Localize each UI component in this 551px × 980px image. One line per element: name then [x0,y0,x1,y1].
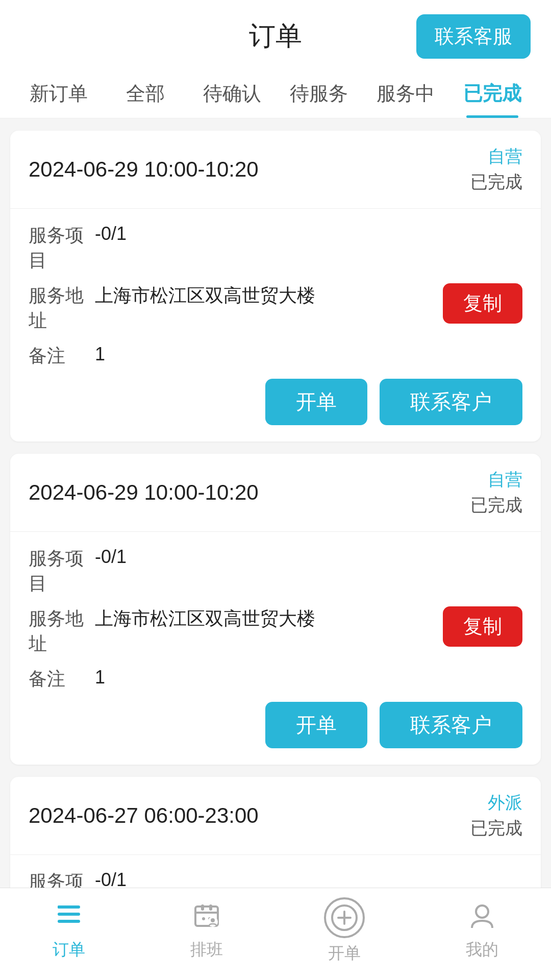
copy-button[interactable]: 复制 [443,283,522,324]
tab-in-service[interactable]: 服务中 [362,66,449,118]
order-body: 服务项目 -0/1 服务地址 上海市松江区双高世贸大楼 复制 备注 1 开单 联… [10,532,541,765]
service-item-row: 服务项目 -0/1 [29,546,522,596]
list-icon [55,901,83,935]
address-value: 上海市松江区双高世贸大楼 [95,283,435,308]
svg-point-15 [476,905,488,918]
add-icon [324,897,365,938]
tab-pending-service[interactable]: 待服务 [276,66,362,118]
address-row: 服务地址 上海市松江区双高世贸大楼 复制 [29,283,522,333]
tab-completed[interactable]: 已完成 [449,66,536,118]
order-datetime: 2024-06-27 06:00-23:00 [29,803,259,828]
order-actions: 开单 联系客户 [29,379,522,425]
service-item-value: -0/1 [95,546,522,568]
svg-rect-1 [58,913,80,916]
order-datetime: 2024-06-29 10:00-10:20 [29,480,259,505]
nav-item-order[interactable]: 订单 [0,901,138,961]
nav-item-profile[interactable]: 我的 [413,901,551,961]
order-status: 已完成 [470,817,522,840]
order-type: 外派 [470,791,522,815]
remark-row: 备注 1 [29,667,522,692]
tab-new-order[interactable]: 新订单 [15,66,102,118]
svg-rect-7 [209,904,212,911]
order-body: 服务项目 -0/1 服务地址 上海市松江区双高世贸大楼 复制 备注 1 开单 联… [10,209,541,442]
address-label: 服务地址 [29,606,95,656]
svg-rect-2 [58,920,80,923]
service-item-label: 服务项目 [29,546,95,596]
svg-point-11 [211,918,215,922]
nav-label-order: 订单 [53,939,85,961]
order-header: 2024-06-27 06:00-23:00 外派 已完成 [10,777,541,855]
svg-rect-6 [201,904,204,911]
tab-pending-confirm[interactable]: 待确认 [189,66,276,118]
order-header: 2024-06-29 10:00-10:20 自营 已完成 [10,454,541,532]
remark-label: 备注 [29,344,95,369]
order-actions: 开单 联系客户 [29,702,522,748]
remark-label: 备注 [29,667,95,692]
bottom-nav: 订单 排班 开单 [0,888,551,980]
nav-label-create-order: 开单 [328,942,361,965]
order-status: 已完成 [470,170,522,194]
nav-label-profile: 我的 [466,939,498,961]
address-value: 上海市松江区双高世贸大楼 [95,606,435,631]
svg-point-8 [202,917,205,920]
address-row: 服务地址 上海市松江区双高世贸大楼 复制 [29,606,522,656]
header: 订单 联系客服 [0,0,551,66]
tab-bar: 新订单 全部 待确认 待服务 服务中 已完成 [0,66,551,118]
order-list: 2024-06-29 10:00-10:20 自营 已完成 服务项目 -0/1 … [0,118,551,980]
nav-label-schedule: 排班 [190,939,223,961]
contact-customer-button[interactable]: 联系客户 [380,379,522,425]
open-order-button[interactable]: 开单 [265,379,367,425]
remark-value: 1 [95,667,522,688]
contact-service-button[interactable]: 联系客服 [416,14,531,59]
address-label: 服务地址 [29,283,95,333]
order-card: 2024-06-29 10:00-10:20 自营 已完成 服务项目 -0/1 … [10,131,541,442]
service-item-row: 服务项目 -0/1 [29,223,522,273]
order-type: 自营 [470,145,522,168]
calendar-icon [192,901,221,935]
user-icon [468,901,496,935]
remark-value: 1 [95,344,522,365]
order-datetime: 2024-06-29 10:00-10:20 [29,157,259,182]
tab-all[interactable]: 全部 [102,66,189,118]
remark-row: 备注 1 [29,344,522,369]
nav-item-schedule[interactable]: 排班 [138,901,276,961]
order-meta: 自营 已完成 [470,468,522,517]
open-order-button[interactable]: 开单 [265,702,367,748]
service-item-label: 服务项目 [29,223,95,273]
order-type: 自营 [470,468,522,492]
order-meta: 自营 已完成 [470,145,522,194]
copy-button[interactable]: 复制 [443,606,522,647]
order-meta: 外派 已完成 [470,791,522,840]
nav-item-create-order[interactable]: 开单 [276,897,413,965]
service-item-value: -0/1 [95,223,522,244]
page-title: 订单 [249,18,302,54]
contact-customer-button[interactable]: 联系客户 [380,702,522,748]
svg-rect-3 [58,905,63,909]
order-status: 已完成 [470,494,522,517]
order-header: 2024-06-29 10:00-10:20 自营 已完成 [10,131,541,209]
order-card: 2024-06-29 10:00-10:20 自营 已完成 服务项目 -0/1 … [10,454,541,765]
